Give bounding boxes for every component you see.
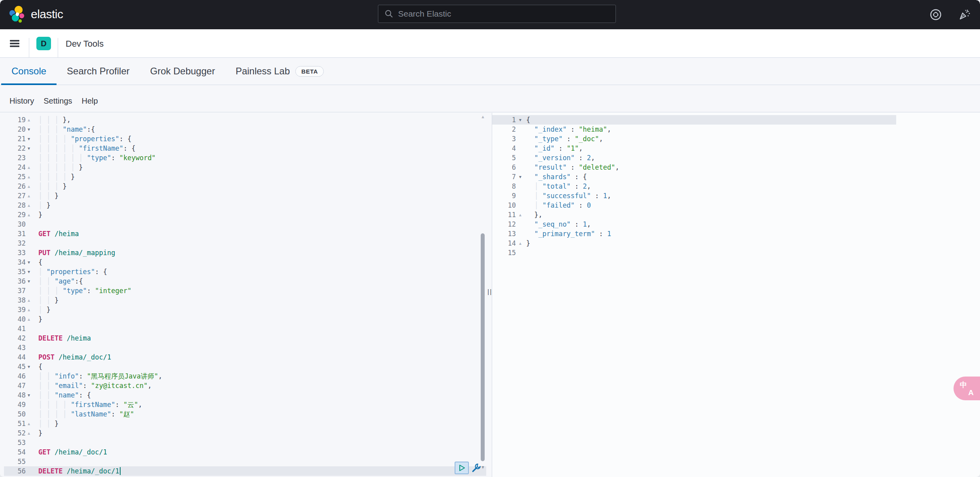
code-line-25[interactable]: 25▴│ │ │ │ } — [0, 172, 492, 182]
fold-toggle-icon[interactable]: ▴ — [26, 172, 32, 182]
code-line-32[interactable]: 32 — [0, 238, 492, 248]
code-line-45[interactable]: 45▾{ — [0, 362, 492, 371]
translate-floating-button[interactable]: 中 A — [954, 377, 980, 400]
tab-console[interactable]: Console — [1, 58, 57, 85]
code-line-6[interactable]: 6 "result" : "deleted", — [492, 163, 980, 172]
tab-painless-lab[interactable]: Painless LabBETA — [225, 58, 334, 85]
code-line-36[interactable]: 36▾│ │ "age":{ — [0, 276, 492, 286]
code-line-49[interactable]: 49│ │ │ │ "firstName": "云", — [0, 400, 492, 409]
menu-hamburger-button[interactable] — [10, 40, 19, 47]
fold-toggle-icon[interactable]: ▾ — [26, 134, 32, 144]
menu-help[interactable]: Help — [82, 97, 98, 106]
code-line-54[interactable]: 54GET /heima/_doc/1 — [0, 447, 492, 457]
code-line-42[interactable]: 42DELETE /heima — [0, 333, 492, 343]
code-line-26[interactable]: 26▴│ │ │ } — [0, 182, 492, 191]
fold-toggle-icon[interactable]: ▴ — [26, 428, 32, 438]
code-line-31[interactable]: 31GET /heima — [0, 229, 492, 238]
fold-toggle-icon[interactable]: ▾ — [516, 172, 525, 182]
code-line-38[interactable]: 38▴│ │ } — [0, 295, 492, 305]
tab-grok-debugger[interactable]: Grok Debugger — [140, 58, 225, 85]
fold-toggle-icon[interactable]: ▴ — [516, 238, 525, 248]
code-line-28[interactable]: 28▴│ } — [0, 201, 492, 210]
code-line-4[interactable]: 4 "_id" : "1", — [492, 144, 980, 153]
code-line-10[interactable]: 10 │ "failed" : 0 — [492, 201, 980, 210]
code-line-41[interactable]: 41 — [0, 324, 492, 333]
code-line-34[interactable]: 34▾{ — [0, 257, 492, 267]
fold-toggle-icon[interactable]: ▴ — [26, 314, 32, 324]
code-line-2[interactable]: 2 "_index" : "heima", — [492, 125, 980, 134]
menu-history[interactable]: History — [9, 97, 34, 106]
elastic-logo[interactable]: elastic — [8, 5, 63, 24]
code-line-55[interactable]: 55 — [0, 457, 492, 466]
code-line-7[interactable]: 7▾ "_shards" : { — [492, 172, 980, 182]
code-line-3[interactable]: 3 "_type" : "_doc", — [492, 134, 980, 144]
fold-toggle-icon[interactable]: ▾ — [516, 115, 525, 125]
fold-toggle-icon[interactable]: ▴ — [516, 210, 525, 220]
code-line-53[interactable]: 53 — [0, 438, 492, 447]
search-input[interactable]: Search Elastic — [378, 5, 616, 23]
code-line-37[interactable]: 37│ │ │ "type": "integer" — [0, 286, 492, 295]
code-line-21[interactable]: 21▾│ │ │ │ "properties": { — [0, 134, 492, 144]
code-line-46[interactable]: 46│ │ "info": "黑马程序员Java讲师", — [0, 371, 492, 381]
code-line-11[interactable]: 11▴ }, — [492, 210, 980, 220]
space-avatar-button[interactable]: D — [36, 37, 51, 50]
code-line-33[interactable]: 33PUT /heima/_mapping — [0, 248, 492, 257]
fold-toggle-icon[interactable]: ▾ — [26, 390, 32, 400]
fold-toggle-icon[interactable]: ▴ — [26, 201, 32, 210]
code-line-24[interactable]: 24▴│ │ │ │ │ } — [0, 163, 492, 172]
line-number: 26 — [0, 182, 26, 191]
code-line-52[interactable]: 52▴} — [0, 428, 492, 438]
code-line-48[interactable]: 48▾│ │ "name": { — [0, 390, 492, 400]
code-line-22[interactable]: 22▾│ │ │ │ │ "firstName": { — [0, 144, 492, 153]
fold-toggle-icon[interactable]: ▾ — [26, 362, 32, 371]
code-line-29[interactable]: 29▴} — [0, 210, 492, 220]
code-line-13[interactable]: 13 "_primary_term" : 1 — [492, 229, 980, 238]
fold-toggle-icon[interactable]: ▴ — [26, 163, 32, 172]
fold-toggle-icon[interactable]: ▴ — [26, 210, 32, 220]
whats-new-button[interactable] — [957, 8, 971, 21]
code-line-43[interactable]: 43 — [0, 343, 492, 352]
fold-toggle-icon[interactable]: ▴ — [26, 191, 32, 201]
fold-toggle-icon[interactable]: ▴ — [26, 182, 32, 191]
request-editor[interactable]: 19▴│ │ │ },20▾│ │ │ "name":{21▾│ │ │ │ "… — [0, 113, 492, 477]
code-line-20[interactable]: 20▾│ │ │ "name":{ — [0, 125, 492, 134]
fold-toggle-icon[interactable]: ▾ — [26, 276, 32, 286]
code-line-30[interactable]: 30 — [0, 220, 492, 229]
help-button[interactable] — [929, 8, 942, 21]
fold-toggle-icon[interactable]: ▴ — [26, 419, 32, 428]
fold-toggle-icon[interactable]: ▴ — [26, 305, 32, 314]
fold-toggle-icon[interactable]: ▴ — [26, 115, 32, 125]
code-line-35[interactable]: 35▾│ "properties": { — [0, 267, 492, 276]
code-line-12[interactable]: 12 "_seq_no" : 1, — [492, 220, 980, 229]
fold-toggle-icon[interactable]: ▴ — [26, 295, 32, 305]
code-line-8[interactable]: 8 │ "total" : 2, — [492, 182, 980, 191]
code-text: │ "properties": { — [32, 267, 492, 276]
code-line-50[interactable]: 50│ │ │ │ "lastName": "赵" — [0, 409, 492, 419]
line-number: 22 — [0, 144, 26, 153]
fold-toggle-icon[interactable]: ▾ — [26, 267, 32, 276]
code-line-1[interactable]: 1▾{ — [492, 115, 980, 125]
code-line-23[interactable]: 23│ │ │ │ │ │ "type": "keyword" — [0, 153, 492, 163]
code-line-47[interactable]: 47│ │ "email": "zy@itcast.cn", — [0, 381, 492, 390]
code-line-19[interactable]: 19▴│ │ │ }, — [0, 115, 492, 125]
code-line-14[interactable]: 14▴} — [492, 238, 980, 248]
code-line-27[interactable]: 27▴│ │ } — [0, 191, 492, 201]
kibana-dev-tools-page: elastic Search Elastic — [0, 0, 980, 477]
code-line-56[interactable]: 56DELETE /heima/_doc/1 — [0, 466, 492, 476]
code-line-5[interactable]: 5 "_version" : 2, — [492, 153, 980, 163]
code-line-15[interactable]: 15 — [492, 248, 980, 257]
menu-settings[interactable]: Settings — [43, 97, 72, 106]
code-line-51[interactable]: 51▴│ │ } — [0, 419, 492, 428]
response-viewer[interactable]: 1▾{2 "_index" : "heima",3 "_type" : "_do… — [492, 113, 980, 477]
code-line-9[interactable]: 9 │ "successful" : 1, — [492, 191, 980, 201]
code-line-39[interactable]: 39▴│ } — [0, 305, 492, 314]
code-line-40[interactable]: 40▴} — [0, 314, 492, 324]
tab-search-profiler[interactable]: Search Profiler — [57, 58, 140, 85]
fold-toggle-icon[interactable]: ▾ — [26, 125, 32, 134]
fold-spacer — [26, 381, 32, 390]
fold-toggle-icon[interactable]: ▾ — [26, 144, 32, 153]
search-icon — [385, 9, 393, 18]
fold-toggle-icon[interactable]: ▾ — [26, 257, 32, 267]
code-line-44[interactable]: 44POST /heima/_doc/1 — [0, 352, 492, 362]
code-text: │ │ │ "name":{ — [32, 125, 492, 134]
